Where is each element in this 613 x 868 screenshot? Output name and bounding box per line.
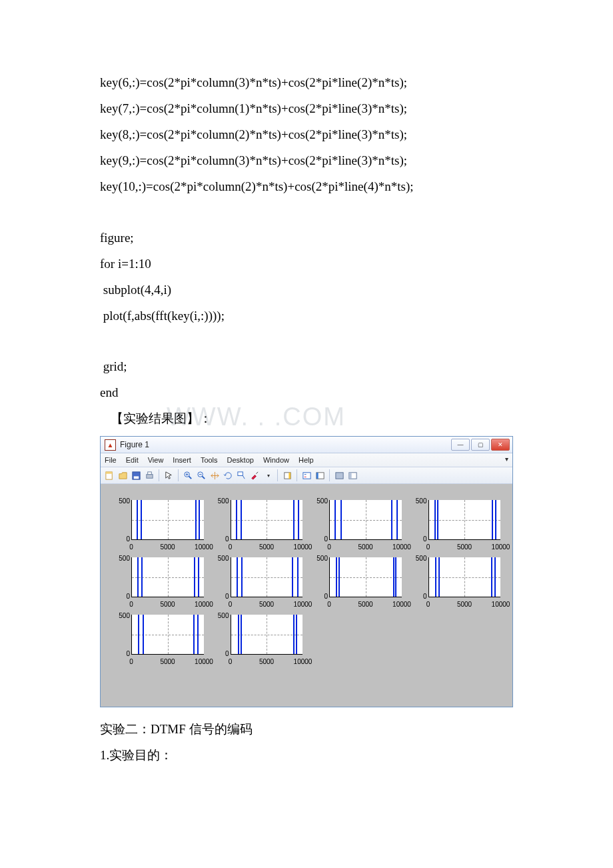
subplot-4	[428, 500, 501, 540]
show-plot-tools-icon[interactable]	[346, 469, 358, 481]
subplot-1	[131, 500, 204, 540]
svg-line-14	[243, 475, 245, 479]
svg-rect-19	[303, 473, 310, 479]
subplot-8	[428, 557, 501, 597]
code-line: for i=1:10	[100, 251, 513, 277]
brush-icon[interactable]	[249, 469, 261, 481]
code-line: key(6,:)=cos(2*pi*column(3)*n*ts)+cos(2*…	[100, 70, 513, 96]
subplot-10	[231, 615, 303, 655]
toolbar: ▾	[101, 467, 512, 484]
svg-line-11	[202, 476, 205, 479]
subplot-2	[231, 500, 303, 540]
svg-rect-4	[146, 474, 152, 478]
code-line: plot(f,abs(fft(key(i,:))));	[100, 303, 513, 329]
svg-rect-1	[105, 472, 111, 474]
menu-desktop[interactable]: Desktop	[227, 456, 254, 464]
code-line: key(10,:)=cos(2*pi*column(2)*n*ts)+cos(2…	[100, 174, 513, 200]
insert-colorbar-icon[interactable]	[314, 469, 326, 481]
svg-line-15	[256, 472, 258, 474]
menubar: File Edit View Insert Tools Desktop Wind…	[101, 453, 512, 467]
result-label: 【实验结果图】：	[100, 406, 513, 432]
zoom-in-icon[interactable]	[182, 469, 194, 481]
svg-rect-5	[147, 472, 151, 475]
pan-icon[interactable]	[209, 469, 221, 481]
subplot-6	[231, 557, 303, 597]
new-figure-icon[interactable]	[103, 469, 115, 481]
window-title: Figure 1	[120, 440, 447, 449]
menu-help[interactable]: Help	[299, 456, 314, 464]
subplot-5	[131, 557, 204, 597]
matlab-icon: ▲	[105, 439, 116, 451]
svg-rect-3	[133, 476, 139, 479]
subplot-7	[329, 557, 402, 597]
minimize-button[interactable]: —	[451, 439, 470, 451]
menu-file[interactable]: File	[105, 456, 117, 464]
maximize-button[interactable]: ▢	[471, 439, 490, 451]
section-title: 实验二：DTMF 信号的编码	[100, 717, 513, 743]
code-line: key(7,:)=cos(2*pi*column(1)*n*ts)+cos(2*…	[100, 96, 513, 122]
print-icon[interactable]	[143, 469, 155, 481]
code-line: end	[100, 380, 513, 406]
pointer-icon[interactable]	[163, 469, 175, 481]
code-line: key(8,:)=cos(2*pi*column(2)*n*ts)+cos(2*…	[100, 122, 513, 148]
menu-insert[interactable]: Insert	[173, 456, 191, 464]
svg-rect-18	[289, 473, 291, 479]
menu-tools[interactable]: Tools	[201, 456, 218, 464]
rotate-icon[interactable]	[222, 469, 234, 481]
save-icon[interactable]	[130, 469, 142, 481]
svg-rect-13	[237, 472, 243, 476]
svg-text:▾: ▾	[267, 472, 269, 479]
menu-view[interactable]: View	[148, 456, 164, 464]
section-line: 1.实验目的：	[100, 743, 513, 769]
menu-window[interactable]: Window	[263, 456, 289, 464]
code-line: figure;	[100, 225, 513, 251]
subplot-3	[329, 500, 402, 540]
figure-window: ▲ Figure 1 — ▢ ✕ File Edit View Insert T…	[100, 436, 513, 707]
code-line: key(9,:)=cos(2*pi*column(3)*n*ts)+cos(2*…	[100, 148, 513, 174]
code-block: key(6,:)=cos(2*pi*column(3)*n*ts)+cos(2*…	[100, 70, 513, 432]
svg-rect-24	[335, 473, 342, 479]
zoom-out-icon[interactable]	[195, 469, 207, 481]
code-line: grid;	[100, 354, 513, 380]
code-line: subplot(4,4,i)	[100, 277, 513, 303]
colorbar-icon[interactable]	[281, 469, 293, 481]
plot-area: 0500050001000005000500010000050005000100…	[101, 484, 512, 707]
link-icon[interactable]: ▾	[262, 469, 274, 481]
titlebar: ▲ Figure 1 — ▢ ✕	[101, 437, 512, 453]
svg-line-7	[189, 476, 191, 479]
svg-rect-26	[348, 473, 351, 479]
svg-rect-23	[316, 473, 318, 479]
menu-overflow-icon[interactable]: ▾	[505, 455, 508, 463]
hide-plot-tools-icon[interactable]	[333, 469, 345, 481]
legend-icon[interactable]	[301, 469, 312, 481]
subplot-9	[131, 615, 204, 655]
datacursor-icon[interactable]	[235, 469, 247, 481]
close-button[interactable]: ✕	[491, 439, 510, 451]
open-icon[interactable]	[117, 469, 129, 481]
menu-edit[interactable]: Edit	[126, 456, 139, 464]
